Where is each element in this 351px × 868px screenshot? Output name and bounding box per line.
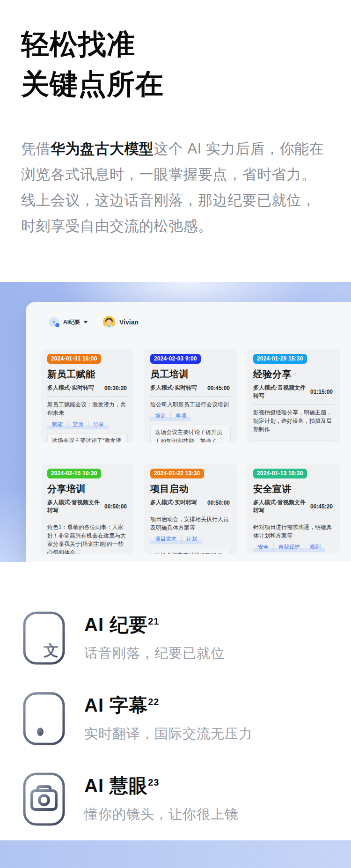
intro-brand-bold: 华为盘古大模型: [51, 140, 154, 157]
ai-summary: 这场会议主要讨论了项目的启动，使团队成员对项目目标、任务...: [150, 548, 231, 554]
dashed-divider: [253, 519, 334, 519]
meeting-card[interactable]: 2024-02-03 9:00 员工培训 多人模式·实时转写 00:45:00 …: [144, 349, 237, 442]
card-title: 安全宣讲: [253, 483, 334, 495]
next-section-strip: [0, 840, 351, 868]
meeting-card-grid: 2024-01-31 16:00 新员工赋能 多人模式·实时转写 00:30:2…: [41, 349, 340, 554]
feature-title-text: AI 字幕: [84, 695, 148, 715]
date-badge: 2024-01-20 15:30: [253, 354, 307, 364]
feature-row: AI 字幕22 实时翻译，国际交流无压力: [22, 691, 351, 746]
card-title: 员工培训: [150, 368, 231, 381]
feature-title: AI 慧眼23: [84, 773, 239, 799]
date-badge: 2024-01-13 10:30: [253, 469, 307, 478]
tag-row: 安全 自我保护 规则: [253, 543, 334, 552]
intro-paragraph: 凭借华为盘古大模型这个 AI 实力后盾，你能在浏览各式讯息时，一眼掌握要点，省时…: [21, 136, 330, 239]
feature-title: AI 字幕22: [84, 692, 253, 718]
page-title: 轻松找准 关键点所在: [21, 24, 330, 104]
card-title: 经验分享: [253, 368, 334, 381]
tag-row: 赋能 交流 分享: [47, 420, 128, 429]
date-badge: 2024-02-03 9:00: [150, 354, 201, 364]
generate-summary-button[interactable]: 未生成AI概要: [253, 440, 334, 442]
card-meta: 多人模式·实时转写 00:45:00: [150, 384, 231, 392]
card-mode: 多人模式·实时转写: [150, 384, 197, 392]
chevron-down-icon[interactable]: [83, 321, 88, 324]
card-title: 项目启动: [150, 483, 231, 495]
card-description: 针对项目进行需求沟通，明确具体计划和方案等: [253, 523, 334, 540]
card-mode: 多人模式·实时转写: [150, 499, 197, 507]
card-mode: 多人模式·音视频文件转写: [253, 384, 310, 400]
avatar[interactable]: [103, 316, 115, 328]
card-title: 新员工赋能: [47, 368, 128, 381]
feature-row: AI 慧眼23 懂你的镜头，让你很上镜: [22, 772, 351, 826]
feature-title: AI 纪要21: [84, 612, 225, 638]
app-logo-icon: ✦: [49, 317, 59, 327]
tag[interactable]: 交流: [67, 420, 88, 429]
card-description: 影视拍摄经验分享，明确主题，制定计划，选好设备，拍摄及后期制作: [253, 408, 334, 434]
page-title-line1: 轻松找准: [21, 29, 135, 60]
camera-icon: [22, 772, 66, 826]
intro-prefix: 凭借: [21, 140, 51, 157]
tag[interactable]: 计划: [181, 535, 202, 544]
meeting-card[interactable]: 2024-01-31 16:00 新员工赋能 多人模式·实时转写 00:30:2…: [41, 349, 134, 442]
feature-footnote: 23: [148, 777, 159, 787]
app-header: ✦ AI纪要 Vivian: [49, 316, 351, 328]
feature-description: 实时翻译，国际交流无压力: [84, 725, 253, 743]
dashed-divider: [47, 396, 128, 397]
dashed-divider: [253, 404, 334, 405]
dashed-divider: [150, 511, 231, 511]
ai-summary: 这场会议主要讨论了“激发潜力，共创未来”，会议旨在通过培训和交流，...: [47, 433, 128, 442]
feature-text: AI 字幕22 实时翻译，国际交流无压力: [84, 691, 253, 743]
tag[interactable]: 分享: [88, 420, 109, 429]
tag[interactable]: 安全: [253, 543, 273, 552]
feature-footnote: 22: [148, 697, 159, 707]
card-meta: 多人模式·音视频文件转写 00:50:00: [47, 499, 128, 515]
tag[interactable]: 规则: [305, 543, 325, 552]
tag-row: 项目需求 计划: [150, 535, 231, 544]
feature-footnote: 21: [148, 616, 159, 626]
card-duration: 00:30:20: [104, 385, 127, 391]
tag[interactable]: 项目需求: [150, 535, 181, 544]
page-title-line2: 关键点所在: [21, 68, 164, 100]
card-description: 项目启动会，安排相关执行人员及明确具体方案等: [150, 515, 231, 532]
feature-list: 文 AI 纪要21 话音刚落，纪要已就位 AI 字幕22 实时翻译，国际交流无压…: [22, 611, 351, 826]
card-mode: 多人模式·音视频文件转写: [253, 499, 310, 515]
meeting-card[interactable]: 2024-01-13 10:30 安全宣讲 多人模式·音视频文件转写 00:45…: [247, 463, 340, 554]
hero-section: ✦ AI纪要 Vivian 2024-01-31 16:00 新员工赋能: [0, 282, 351, 562]
card-duration: 00:45:20: [310, 503, 333, 510]
waveform-transcript-icon: 文: [22, 611, 66, 665]
feature-title-text: AI 纪要: [84, 614, 148, 635]
app-menu-label[interactable]: AI纪要: [63, 318, 80, 326]
meeting-card[interactable]: 2024-02-15 10:30 分享培训 多人模式·音视频文件转写 00:50…: [41, 463, 134, 554]
card-duration: 00:50:00: [104, 503, 127, 510]
tag[interactable]: 事项: [170, 412, 191, 421]
meeting-card[interactable]: 2024-01-20 15:30 经验分享 多人模式·音视频文件转写 01:15…: [247, 349, 340, 442]
dashed-divider: [150, 396, 231, 397]
dashed-divider: [47, 519, 128, 519]
svg-text:文: 文: [44, 641, 58, 659]
card-duration: 00:50:00: [207, 500, 230, 506]
app-window: ✦ AI纪要 Vivian 2024-01-31 16:00 新员工赋能: [26, 302, 351, 562]
card-duration: 00:45:00: [207, 385, 230, 391]
card-mode: 多人模式·音视频文件转写: [47, 499, 104, 515]
subtitles-icon: [22, 691, 66, 746]
card-meta: 多人模式·实时转写 00:50:00: [150, 499, 231, 507]
feature-description: 懂你的镜头，让你很上镜: [84, 805, 239, 824]
tag-row: 培训 事项: [150, 412, 231, 421]
tag[interactable]: 培训: [150, 412, 170, 421]
meeting-card[interactable]: 2024-01-22 13:30 项目启动 多人模式·实时转写 00:50:00…: [144, 463, 237, 554]
feature-title-text: AI 慧眼: [84, 775, 148, 796]
date-badge: 2024-01-22 13:30: [150, 469, 204, 478]
card-duration: 01:15:00: [310, 389, 333, 395]
card-mode: 多人模式·实时转写: [47, 384, 94, 392]
date-badge: 2024-02-15 10:30: [47, 469, 101, 478]
ai-summary: 这场会议主要讨论了提升员工的知识和技能，加强了团...: [150, 425, 231, 442]
card-meta: 多人模式·实时转写 00:30:20: [47, 384, 128, 392]
feature-row: 文 AI 纪要21 话音刚落，纪要已就位: [22, 611, 351, 665]
card-title: 分享培训: [47, 483, 128, 495]
tag[interactable]: 自我保护: [273, 543, 305, 552]
tag[interactable]: 赋能: [47, 420, 67, 429]
card-meta: 多人模式·音视频文件转写 00:45:20: [253, 499, 334, 515]
card-description: 角色1：尊敬的各位同事：大家好！非常高兴有机会在这里与大家分享我关于[培训主题]…: [47, 523, 128, 554]
feature-text: AI 慧眼23 懂你的镜头，让你很上镜: [84, 772, 239, 824]
feature-text: AI 纪要21 话音刚落，纪要已就位: [84, 611, 225, 663]
feature-description: 话音刚落，纪要已就位: [84, 644, 225, 663]
